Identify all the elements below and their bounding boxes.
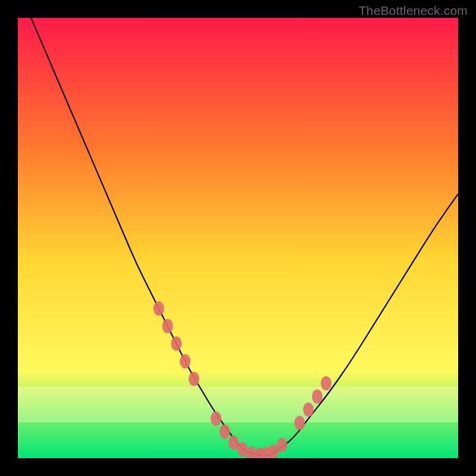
scatter-dot	[277, 438, 287, 452]
chart-svg	[18, 18, 458, 458]
scatter-dot	[180, 354, 190, 368]
pale-band	[18, 387, 458, 422]
watermark-text: TheBottleneck.com	[359, 4, 468, 18]
scatter-dot	[321, 376, 331, 390]
scatter-dot	[220, 425, 230, 439]
outer-frame: TheBottleneck.com	[0, 0, 476, 476]
scatter-dot	[312, 389, 322, 403]
scatter-dot	[162, 319, 173, 333]
scatter-dot	[211, 411, 221, 425]
scatter-dot	[154, 301, 164, 315]
scatter-dot	[171, 337, 181, 351]
scatter-dot	[189, 372, 199, 386]
scatter-dot	[295, 416, 305, 430]
scatter-dot	[303, 403, 314, 417]
plot-area	[18, 18, 458, 458]
